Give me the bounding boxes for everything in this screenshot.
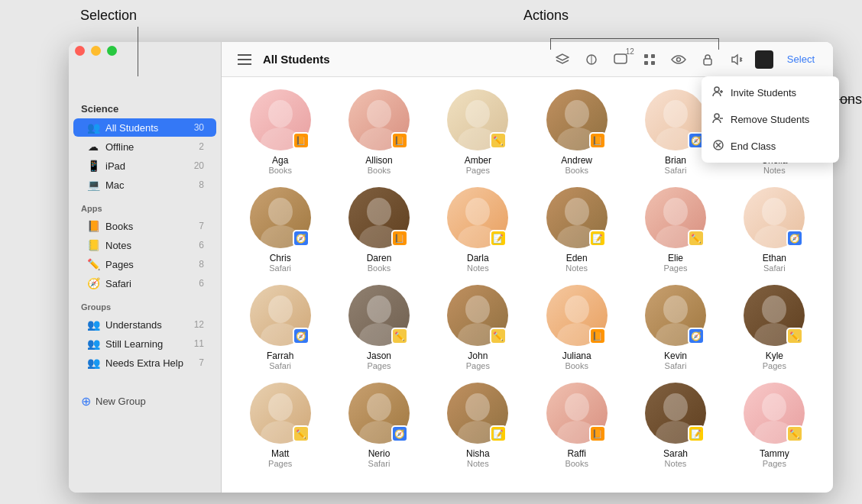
student-app: Pages <box>268 459 292 468</box>
student-avatar-wrap: 📝 <box>645 383 706 444</box>
student-app: Books <box>268 166 292 175</box>
svg-point-41 <box>367 296 391 323</box>
minimize-button[interactable] <box>91 46 101 56</box>
student-card[interactable]: 📙 Juliana Books <box>530 285 623 370</box>
student-card[interactable]: 📝 Darla Notes <box>432 187 524 273</box>
student-card[interactable]: ✏️ Jason Pages <box>332 285 425 370</box>
sidebar-item-needs-extra-help[interactable]: 👥 Needs Extra Help 7 <box>73 354 216 372</box>
student-app: Notes <box>467 459 489 468</box>
svg-point-21 <box>565 100 589 128</box>
sidebar-item-mac[interactable]: 💻 Mac 8 <box>73 176 216 194</box>
app-badge: 📙 <box>589 328 606 344</box>
student-card[interactable]: 📝 Nisha Notes <box>432 383 524 468</box>
student-app: Safari <box>665 166 687 175</box>
student-card[interactable]: 🧭 Chris Safari <box>234 187 326 273</box>
student-card[interactable]: ✏️ Kyle Pages <box>728 285 821 370</box>
invite-icon <box>712 86 724 100</box>
sidebar-item-pages[interactable]: ✏️ Pages 8 <box>73 255 216 273</box>
student-card[interactable]: 📝 Sarah Notes <box>629 383 721 468</box>
student-name: Matt <box>271 448 289 459</box>
sidebar-ipad-count: 20 <box>194 160 204 171</box>
svg-point-19 <box>465 100 490 128</box>
new-group-button[interactable]: ⊕ New Group <box>69 388 221 415</box>
student-card[interactable]: 📙 Aga Books <box>234 89 326 175</box>
student-avatar-wrap: ✏️ <box>447 285 508 346</box>
screen-icon[interactable] <box>581 49 602 70</box>
app-badge: 📝 <box>490 425 507 442</box>
student-name: Amber <box>465 155 491 166</box>
sidebar-item-safari[interactable]: 🧭 Safari 6 <box>73 274 216 292</box>
student-card[interactable]: 🧭 Farrah Safari <box>234 285 326 370</box>
svg-rect-8 <box>644 61 648 65</box>
apps-grid-icon[interactable] <box>639 49 660 70</box>
select-button[interactable]: Select <box>781 50 821 68</box>
sidebar-item-understands[interactable]: 👥 Understands 12 <box>73 315 216 334</box>
student-app: Books <box>368 263 391 273</box>
student-card[interactable]: 📙 Raffi Books <box>530 383 623 468</box>
mac-icon: 💻 <box>86 179 101 191</box>
student-card[interactable]: ✏️ John Pages <box>432 285 524 370</box>
lock-icon[interactable] <box>697 49 718 70</box>
sidebar-item-ipad[interactable]: 📱 iPad 20 <box>73 157 216 175</box>
student-card[interactable]: 📙 Allison Books <box>332 89 425 175</box>
student-app: Safari <box>763 263 786 273</box>
student-name: Chris <box>270 253 291 263</box>
sidebar-item-still-learning[interactable]: 👥 Still Learning 11 <box>73 334 216 353</box>
student-name: Sarah <box>663 448 688 459</box>
actions-annotation: Actions <box>523 8 569 24</box>
student-avatar-wrap: ✏️ <box>250 383 311 444</box>
sidebar-item-all-students[interactable]: 👥 All Students 30 <box>73 118 216 137</box>
student-card[interactable]: ✏️ Matt Pages <box>234 383 326 468</box>
student-card[interactable]: 📙 Daren Books <box>332 187 425 273</box>
student-card[interactable]: 🧭 Nerio Safari <box>332 383 425 468</box>
app-badge: 📙 <box>391 230 408 247</box>
sidebar-safari-count: 6 <box>199 278 204 289</box>
student-card[interactable]: 📝 Eden Notes <box>530 187 623 273</box>
traffic-lights <box>75 46 117 56</box>
student-card[interactable]: 📙 Andrew Books <box>530 89 623 175</box>
svg-rect-9 <box>651 61 655 65</box>
sidebar-books-count: 7 <box>199 221 204 231</box>
app-badge: ✏️ <box>688 230 705 247</box>
student-avatar-wrap: 🧭 <box>250 187 311 248</box>
eye-icon[interactable] <box>668 49 689 70</box>
student-card[interactable]: 🧭 Ethan Safari <box>728 187 821 273</box>
sidebar-item-notes[interactable]: 📒 Notes 6 <box>73 236 216 254</box>
layers-icon[interactable] <box>552 49 573 70</box>
messages-icon[interactable]: 12 <box>610 49 631 70</box>
notes-icon: 📒 <box>86 239 101 251</box>
student-avatar-wrap: 📝 <box>447 383 508 444</box>
maximize-button[interactable] <box>107 46 117 56</box>
student-app: Books <box>565 459 588 468</box>
student-avatar-wrap: 🧭 <box>250 285 311 346</box>
student-avatar-wrap: 🧭 <box>348 383 410 444</box>
app-badge: 🧭 <box>293 328 309 344</box>
remove-students-label: Remove Students <box>731 114 809 125</box>
sidebar-toggle-button[interactable] <box>234 49 255 70</box>
app-badge: 📙 <box>293 132 309 149</box>
student-name: Andrew <box>561 155 592 166</box>
remove-students-button[interactable]: Remove Students <box>702 106 839 133</box>
student-card[interactable]: ✏️ Amber Pages <box>432 89 524 175</box>
app-badge: 🧭 <box>688 328 705 344</box>
app-badge: 🧭 <box>293 230 309 247</box>
student-name: Kevin <box>664 351 687 361</box>
sidebar-ipad-label: iPad <box>105 160 194 172</box>
student-avatar-wrap: ✏️ <box>645 187 706 248</box>
close-button[interactable] <box>75 46 85 56</box>
student-app: Notes <box>763 166 786 175</box>
svg-point-51 <box>268 393 293 421</box>
student-avatar-wrap: ✏️ <box>744 383 805 444</box>
student-app: Pages <box>763 361 786 370</box>
needs-help-icon: 👥 <box>86 357 101 369</box>
end-class-button[interactable]: End Class <box>702 133 839 160</box>
invite-students-button[interactable]: Invite Students <box>702 79 839 106</box>
sidebar-item-books[interactable]: 📙 Books 7 <box>73 217 216 235</box>
student-card[interactable]: ✏️ Elie Pages <box>629 187 721 273</box>
color-swatch[interactable] <box>755 50 773 69</box>
mute-icon[interactable] <box>726 49 747 70</box>
all-students-icon: 👥 <box>86 121 101 134</box>
student-card[interactable]: 🧭 Kevin Safari <box>629 285 721 370</box>
sidebar-item-offline[interactable]: ☁ Offline 2 <box>73 137 216 156</box>
student-card[interactable]: ✏️ Tammy Pages <box>728 383 821 468</box>
